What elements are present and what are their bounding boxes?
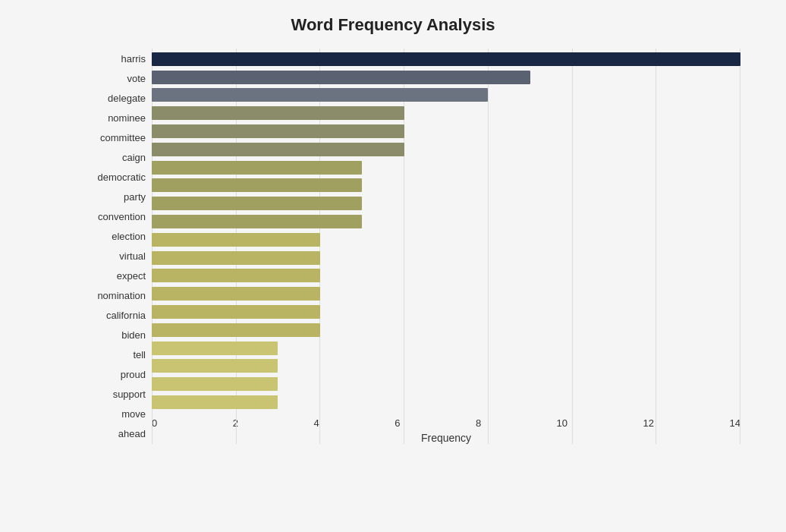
- bar-row: [152, 394, 740, 411]
- x-tick: 8: [476, 417, 481, 429]
- y-label: harris: [121, 50, 146, 67]
- y-label: california: [106, 307, 146, 324]
- bar-row: [152, 304, 740, 320]
- bar-row: [152, 376, 740, 392]
- chart-container: Word Frequency Analysis harrisvotedelega…: [0, 0, 786, 532]
- bar: [152, 377, 278, 391]
- bar: [152, 88, 488, 102]
- bar: [152, 178, 362, 192]
- bar: [152, 233, 320, 247]
- y-label: biden: [121, 327, 146, 344]
- bar-row: [152, 340, 740, 357]
- bar: [152, 323, 320, 337]
- bar-row: [152, 357, 740, 374]
- bar: [152, 395, 278, 409]
- y-label: convention: [98, 208, 146, 225]
- y-label: delegate: [108, 90, 146, 106]
- bar: [152, 269, 320, 282]
- x-tick: 2: [233, 417, 238, 429]
- y-label: virtual: [119, 247, 146, 264]
- bar-row: [152, 250, 740, 266]
- y-label: tell: [133, 347, 146, 364]
- x-tick: 10: [557, 417, 567, 429]
- bars-area: [152, 49, 740, 413]
- y-axis: harrisvotedelegatenomineecommitteecaignd…: [83, 49, 152, 444]
- bar-row: [152, 159, 740, 176]
- x-tick: 4: [313, 417, 319, 429]
- x-tick: 0: [152, 417, 157, 429]
- x-axis-wrapper: 02468101214 Frequency: [152, 413, 740, 444]
- y-label: nomination: [97, 288, 146, 304]
- bar-row: [152, 267, 740, 284]
- y-label: party: [124, 188, 146, 205]
- bar: [152, 342, 278, 355]
- y-label: ahead: [118, 426, 146, 442]
- x-tick: 6: [395, 417, 400, 429]
- y-label: support: [113, 386, 146, 403]
- bar-row: [152, 105, 740, 121]
- bar: [152, 161, 362, 175]
- bar-row: [152, 69, 740, 86]
- bar-row: [152, 231, 740, 248]
- chart-area: harrisvotedelegatenomineecommitteecaignd…: [83, 49, 740, 444]
- bar-row: [152, 51, 740, 68]
- y-label: vote: [127, 70, 146, 87]
- bar: [152, 71, 530, 84]
- bar-row: [152, 322, 740, 338]
- x-tick: 14: [730, 417, 740, 429]
- bar-row: [152, 123, 740, 140]
- bar: [152, 124, 404, 138]
- bar: [152, 143, 404, 156]
- bar: [152, 197, 362, 210]
- bar: [152, 215, 362, 228]
- bar: [152, 251, 320, 265]
- bar: [152, 359, 278, 373]
- x-axis-label: Frequency: [152, 432, 740, 444]
- bar-row: [152, 87, 740, 103]
- bar-row: [152, 195, 740, 212]
- bar: [152, 52, 740, 66]
- y-label: democratic: [97, 168, 146, 185]
- x-tick: 12: [643, 417, 654, 429]
- y-label: proud: [121, 367, 146, 383]
- chart-title: Word Frequency Analysis: [46, 15, 740, 35]
- x-axis: 02468101214: [152, 417, 740, 429]
- y-label: election: [112, 228, 146, 244]
- y-label: nominee: [108, 109, 146, 126]
- bar-row: [152, 213, 740, 230]
- bar-row: [152, 285, 740, 302]
- bars-and-grid: 02468101214 Frequency: [152, 49, 740, 444]
- bar: [152, 305, 320, 319]
- bar: [152, 287, 320, 301]
- y-label: move: [121, 406, 146, 423]
- bar-row: [152, 141, 740, 158]
- y-label: committee: [100, 129, 146, 146]
- y-label: caign: [122, 149, 146, 165]
- bar-row: [152, 177, 740, 194]
- y-label: expect: [117, 268, 146, 285]
- bar: [152, 106, 404, 120]
